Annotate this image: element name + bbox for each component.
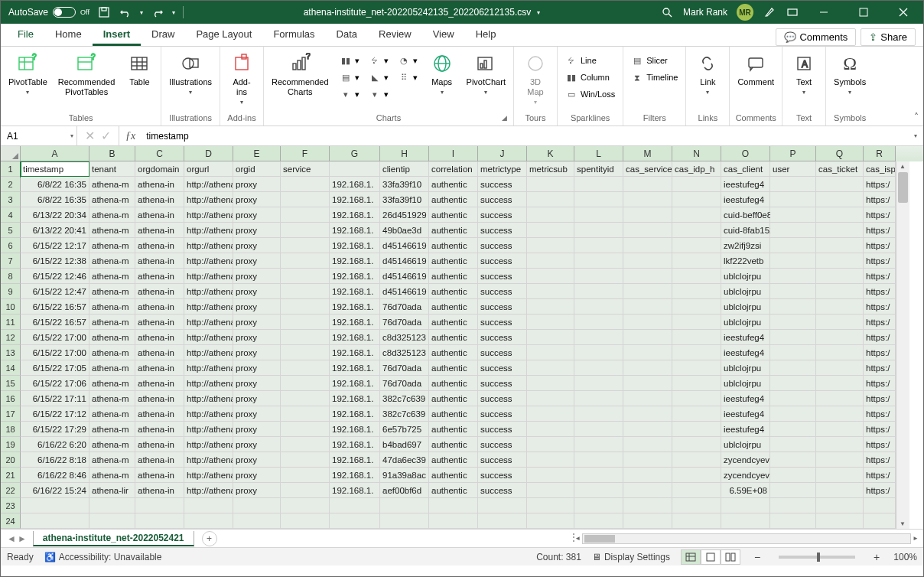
cell[interactable]: ublclojrpu xyxy=(721,437,770,452)
cell[interactable]: https:/ xyxy=(864,299,896,315)
cell[interactable]: 76d70ada xyxy=(380,315,429,330)
cell[interactable] xyxy=(184,498,233,513)
cell[interactable] xyxy=(816,315,864,330)
cell[interactable]: proxy xyxy=(233,376,281,391)
cell[interactable] xyxy=(574,223,623,238)
cell[interactable]: https:/ xyxy=(864,468,896,483)
cell[interactable]: 33fa39f10 xyxy=(380,177,429,192)
cell[interactable] xyxy=(816,391,864,406)
cell[interactable]: 6/15/22 12:47 xyxy=(21,284,89,299)
cell[interactable]: 382c7c639 xyxy=(380,406,429,422)
pivottable-button[interactable]: ? PivotTable ▾ xyxy=(5,50,50,97)
cell[interactable] xyxy=(770,269,816,284)
cell[interactable]: https:/ xyxy=(864,238,896,253)
cell[interactable] xyxy=(770,498,816,513)
cell[interactable]: authentic xyxy=(429,177,478,192)
cell[interactable]: c8d325123 xyxy=(380,345,429,360)
cell[interactable]: proxy xyxy=(233,391,281,406)
cell[interactable] xyxy=(623,238,672,253)
scroll-left-icon[interactable]: ◄ xyxy=(573,535,582,542)
cell[interactable]: http://athena-institu xyxy=(184,223,233,238)
cell[interactable]: 192.168.1. xyxy=(330,422,380,437)
column-header[interactable]: O xyxy=(721,146,770,161)
cell[interactable]: athena-m xyxy=(89,437,135,452)
cell[interactable]: proxy xyxy=(233,468,281,483)
row-header[interactable]: 15 xyxy=(1,376,21,391)
cell[interactable]: athena-in xyxy=(135,391,184,406)
link-button[interactable]: Link ▾ xyxy=(691,50,724,97)
cell[interactable]: athena-in xyxy=(135,192,184,207)
addins-button[interactable]: Add-ins ▾ xyxy=(225,50,259,107)
cell[interactable]: athena-m xyxy=(89,330,135,345)
cell[interactable]: athena-m xyxy=(89,284,135,299)
cell[interactable]: ublclojrpu xyxy=(721,269,770,284)
cell[interactable]: aef00bf6d xyxy=(380,483,429,498)
row-header[interactable]: 1 xyxy=(1,161,21,177)
cell[interactable]: success xyxy=(478,223,527,238)
cell[interactable] xyxy=(770,284,816,299)
launcher-icon[interactable]: ◢ xyxy=(502,114,507,122)
cell[interactable]: success xyxy=(478,253,527,269)
cell[interactable]: athena-in xyxy=(135,269,184,284)
cell[interactable] xyxy=(816,498,864,513)
comment-button[interactable]: Comment xyxy=(734,50,777,89)
cell[interactable] xyxy=(281,345,330,360)
cell[interactable]: https:/ xyxy=(864,360,896,376)
cell[interactable] xyxy=(816,422,864,437)
cell[interactable]: success xyxy=(478,468,527,483)
cell[interactable] xyxy=(770,360,816,376)
cell[interactable] xyxy=(527,315,574,330)
cell[interactable] xyxy=(574,192,623,207)
cell[interactable] xyxy=(672,422,721,437)
scatter-chart-button[interactable]: ⠿▾ xyxy=(395,70,421,85)
cell[interactable]: 6/15/22 12:17 xyxy=(21,238,89,253)
normal-view-button[interactable] xyxy=(681,549,701,565)
cell[interactable] xyxy=(770,437,816,452)
cell[interactable]: proxy xyxy=(233,269,281,284)
cell[interactable]: proxy xyxy=(233,192,281,207)
column-header[interactable]: B xyxy=(89,146,135,161)
cell[interactable]: 49b0ae3d xyxy=(380,223,429,238)
combo-chart-button[interactable]: ▾▾ xyxy=(366,86,392,102)
cell[interactable] xyxy=(770,468,816,483)
cell[interactable] xyxy=(574,406,623,422)
cell[interactable]: 192.168.1. xyxy=(330,345,380,360)
zoom-slider[interactable] xyxy=(779,556,855,559)
cell[interactable]: authentic xyxy=(429,391,478,406)
cell[interactable]: ieestufeg4 xyxy=(721,345,770,360)
row-header[interactable]: 20 xyxy=(1,452,21,468)
cell[interactable]: athena-in xyxy=(135,207,184,223)
cell[interactable]: proxy xyxy=(233,483,281,498)
cell[interactable] xyxy=(623,376,672,391)
cell[interactable] xyxy=(623,253,672,269)
row-header[interactable]: 6 xyxy=(1,238,21,253)
formula-input[interactable]: timestamp xyxy=(142,126,908,145)
cell[interactable] xyxy=(816,437,864,452)
cell[interactable] xyxy=(574,422,623,437)
cell[interactable] xyxy=(527,223,574,238)
cell[interactable]: http://athena-institu xyxy=(184,238,233,253)
cell[interactable] xyxy=(770,177,816,192)
cell[interactable]: authentic xyxy=(429,406,478,422)
cell[interactable] xyxy=(574,483,623,498)
row-header[interactable]: 2 xyxy=(1,177,21,192)
cell[interactable]: ieestufeg4 xyxy=(721,330,770,345)
split-handle[interactable]: ⋮ xyxy=(564,533,573,544)
cell[interactable]: authentic xyxy=(429,284,478,299)
cell[interactable]: athena-in xyxy=(135,483,184,498)
cell[interactable]: athena-m xyxy=(89,452,135,468)
cell[interactable] xyxy=(816,284,864,299)
minimize-button[interactable] xyxy=(808,1,839,24)
cell[interactable]: proxy xyxy=(233,345,281,360)
cell[interactable]: 33fa39f10 xyxy=(380,192,429,207)
cell[interactable] xyxy=(527,269,574,284)
cell[interactable] xyxy=(623,330,672,345)
cell[interactable] xyxy=(527,498,574,513)
cell[interactable]: https:/ xyxy=(864,192,896,207)
cell[interactable] xyxy=(672,391,721,406)
cell[interactable] xyxy=(574,330,623,345)
cell[interactable]: authentic xyxy=(429,192,478,207)
row-header[interactable]: 14 xyxy=(1,360,21,376)
cell[interactable]: success xyxy=(478,177,527,192)
cell[interactable] xyxy=(672,483,721,498)
